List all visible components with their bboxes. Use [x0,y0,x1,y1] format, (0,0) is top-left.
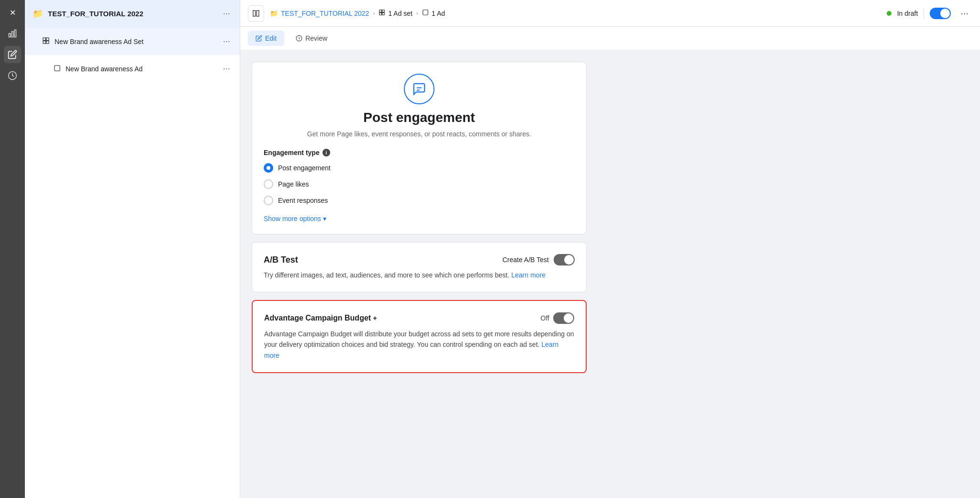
ab-test-description: Try different images, ad text, audiences… [264,270,575,280]
adset-grid-icon [42,37,50,46]
svg-rect-5 [46,38,49,40]
svg-rect-14 [382,13,385,15]
engagement-type-info-icon[interactable]: i [323,149,330,156]
radio-page-likes-circle [264,179,273,189]
sidebar-adset-item[interactable]: New Brand awareness Ad Set ··· [25,28,240,55]
status-dot-icon [887,11,891,16]
svg-rect-12 [382,10,385,12]
breadcrumb-sep-1: › [373,10,375,17]
acb-header: Advantage Campaign Budget + Off [264,312,574,324]
review-tab-button[interactable]: Review [288,31,335,46]
campaign-folder-icon: 📁 [33,9,43,19]
adset-title: New Brand awareness Ad Set [55,38,144,45]
sidebar-campaign-item[interactable]: 📁 TEST_FOR_TUTORIAL 2022 ··· [25,0,240,28]
breadcrumb-campaign-name: TEST_FOR_TUTORIAL 2022 [281,10,369,17]
topbar-right: In draft ··· [887,6,972,21]
ab-test-card: A/B Test Create A/B Test Try different i… [252,242,587,292]
engagement-type-radio-group: Post engagement Page likes Event respons… [264,163,575,205]
ab-test-title: A/B Test [264,255,298,265]
radio-post-engagement-circle [264,163,273,173]
acb-toggle[interactable] [553,312,574,324]
chevron-down-icon: ▾ [323,215,326,222]
acb-plus-icon: + [373,314,377,322]
breadcrumb-adset[interactable]: 1 Ad set [379,9,412,17]
svg-rect-8 [55,65,60,70]
campaign-more-button[interactable]: ··· [221,7,232,21]
review-tab-label: Review [305,34,327,42]
show-more-options-link[interactable]: Show more options ▾ [264,215,575,222]
svg-rect-13 [379,13,382,15]
acb-description: Advantage Campaign Budget will distribut… [264,329,574,361]
radio-event-responses-label: Event responses [278,197,328,204]
adset-left: New Brand awareness Ad Set [42,37,144,46]
ad-title: New Brand awareness Ad [66,65,143,73]
svg-rect-11 [379,10,382,12]
advantage-campaign-budget-card: Advantage Campaign Budget + Off Advantag… [252,300,587,373]
campaign-title: TEST_FOR_TUTORIAL 2022 [48,10,144,18]
status-text: In draft [897,10,918,17]
engagement-circle-icon [404,74,434,104]
left-toolbar: ✕ [0,0,25,498]
engagement-card-subtitle: Get more Page likes, event responses, or… [264,129,575,139]
engagement-icon-wrapper [264,74,575,104]
svg-rect-1 [11,32,13,37]
main-content: 📁 TEST_FOR_TUTORIAL 2022 › 1 Ad set › 1 … [240,0,980,498]
svg-rect-4 [43,38,45,40]
svg-rect-7 [46,41,49,43]
acb-off-label: Off [541,314,549,322]
ab-test-header: A/B Test Create A/B Test [264,254,575,266]
clock-icon[interactable] [4,67,21,84]
edit-toolbar-icon[interactable] [4,46,21,63]
breadcrumb-sep-2: › [416,10,418,17]
edit-tab-label: Edit [265,34,277,42]
campaign-left: 📁 TEST_FOR_TUTORIAL 2022 [33,9,144,19]
topbar: 📁 TEST_FOR_TUTORIAL 2022 › 1 Ad set › 1 … [240,0,980,27]
engagement-card-title: Post engagement [264,110,575,125]
breadcrumb-ad[interactable]: 1 Ad [422,9,445,17]
topbar-more-button[interactable]: ··· [957,6,972,21]
ad-square-icon [54,65,61,73]
radio-page-likes[interactable]: Page likes [264,179,575,189]
edit-tab-button[interactable]: Edit [248,31,284,46]
status-divider [924,8,924,19]
post-engagement-card: Post engagement Get more Page likes, eve… [252,62,587,234]
svg-rect-15 [423,10,428,15]
ab-create-label: Create A/B Test [502,256,549,264]
ad-more-button[interactable]: ··· [221,62,232,76]
svg-rect-10 [256,11,259,16]
campaign-sidebar: 📁 TEST_FOR_TUTORIAL 2022 ··· New Brand a… [25,0,240,498]
content-area: Post engagement Get more Page likes, eve… [240,50,980,498]
breadcrumb-ad-label: 1 Ad [432,10,445,17]
radio-event-responses-circle [264,196,273,205]
radio-page-likes-label: Page likes [278,180,309,188]
radio-post-engagement[interactable]: Post engagement [264,163,575,173]
ab-test-toggle[interactable] [554,254,575,266]
breadcrumb-folder-icon: 📁 [270,10,278,17]
close-button[interactable]: ✕ [4,4,21,21]
breadcrumb-ad-icon [422,9,429,17]
content-main: Post engagement Get more Page likes, eve… [252,62,587,487]
svg-rect-9 [253,11,256,16]
radio-event-responses[interactable]: Event responses [264,196,575,205]
sidebar-toggle-button[interactable] [248,5,264,22]
ab-test-right: Create A/B Test [502,254,575,266]
radio-post-engagement-label: Post engagement [278,164,331,172]
svg-rect-6 [43,41,45,43]
campaign-toggle[interactable] [930,8,951,19]
chart-icon[interactable] [4,25,21,42]
edit-review-bar: Edit Review [240,27,980,50]
ab-learn-more-link[interactable]: Learn more [512,271,546,279]
svg-rect-2 [14,30,16,37]
content-right-panel [596,62,768,487]
adset-more-button[interactable]: ··· [221,34,232,48]
breadcrumb-campaign[interactable]: 📁 TEST_FOR_TUTORIAL 2022 [270,10,369,17]
acb-title: Advantage Campaign Budget + [264,314,377,322]
ad-left: New Brand awareness Ad [54,65,143,73]
breadcrumb-adset-label: 1 Ad set [388,10,412,17]
acb-right: Off [541,312,574,324]
show-more-text: Show more options [264,215,321,222]
svg-rect-0 [9,33,11,37]
engagement-type-label: Engagement type i [264,149,575,156]
sidebar-ad-item[interactable]: New Brand awareness Ad ··· [25,55,240,82]
breadcrumb: 📁 TEST_FOR_TUTORIAL 2022 › 1 Ad set › 1 … [270,9,445,17]
